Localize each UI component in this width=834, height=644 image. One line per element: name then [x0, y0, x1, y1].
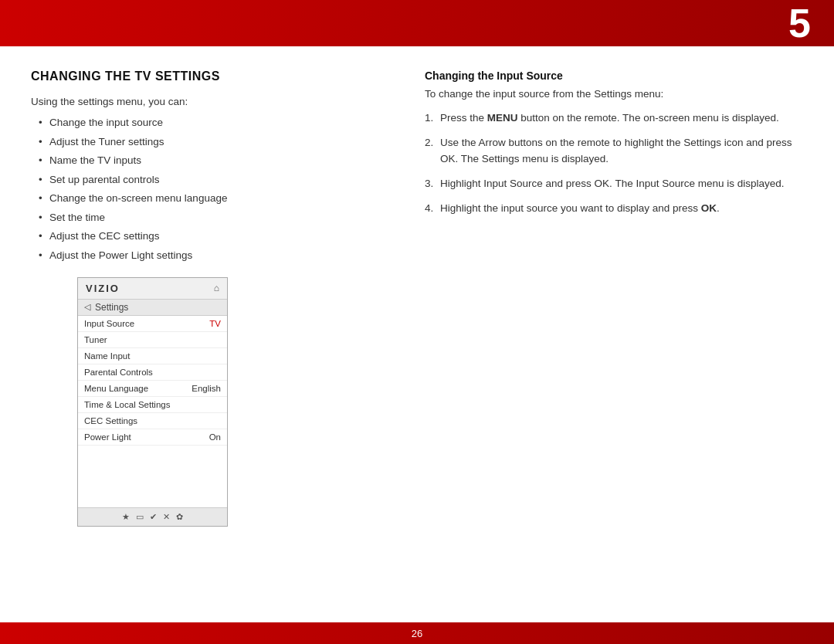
menu-item-label: Parental Controls — [84, 368, 153, 377]
bullet-list: Change the input source Adjust the Tuner… — [31, 115, 386, 263]
bold-ok: OK — [701, 202, 717, 214]
tv-screen-mockup: VIZIO ⌂ ◁ Settings Input Source TV Tuner… — [77, 277, 228, 527]
list-item: Name the TV inputs — [39, 153, 386, 168]
step-2: 2. Use the Arrow buttons on the remote t… — [425, 135, 803, 167]
menu-item-menu-language: Menu Language English — [78, 381, 227, 397]
step-number: 1. — [425, 110, 433, 126]
step-3: 3. Highlight Input Source and press OK. … — [425, 176, 803, 192]
menu-item-parental-controls: Parental Controls — [78, 364, 227, 381]
menu-item-input-source: Input Source TV — [78, 316, 227, 332]
tv-nav-bar: ◁ Settings — [78, 300, 227, 316]
menu-item-value: On — [209, 432, 221, 442]
menu-item-label: CEC Settings — [84, 416, 137, 425]
menu-item-value: TV — [209, 319, 221, 328]
vizio-logo: VIZIO — [86, 283, 120, 294]
menu-item-label: Tuner — [84, 335, 107, 344]
page-number-bottom: 26 — [412, 628, 422, 639]
bottom-bar: 26 — [0, 622, 834, 644]
top-bar: 5 — [0, 0, 834, 46]
nav-label: Settings — [95, 302, 128, 313]
steps-list: 1. Press the MENU button on the remote. … — [425, 110, 803, 216]
footer-icon-check: ✔ — [150, 512, 157, 522]
home-icon: ⌂ — [214, 283, 219, 293]
list-item: Change the on-screen menu language — [39, 191, 386, 206]
right-section-title: Changing the Input Source — [425, 69, 803, 82]
step-number: 4. — [425, 201, 433, 216]
left-column: CHANGING THE TV SETTINGS Using the setti… — [0, 46, 409, 622]
list-item: Change the input source — [39, 115, 386, 130]
menu-item-label: Power Light — [84, 432, 131, 442]
footer-icon-gear: ✿ — [176, 512, 183, 522]
menu-item-label: Name Input — [84, 351, 130, 361]
menu-item-value: English — [192, 384, 221, 393]
list-item: Adjust the Power Light settings — [39, 248, 386, 263]
step-4: 4. Highlight the input source you want t… — [425, 201, 803, 216]
menu-item-label: Menu Language — [84, 384, 148, 393]
intro-text: Using the settings menu, you can: — [31, 96, 386, 107]
menu-item-time-settings: Time & Local Settings — [78, 397, 227, 413]
chapter-number: 5 — [788, 3, 811, 43]
footer-icon-rect: ▭ — [136, 512, 144, 522]
step-number: 2. — [425, 135, 433, 151]
footer-icon-star: ★ — [122, 512, 130, 522]
right-intro: To change the input source from the Sett… — [425, 88, 803, 100]
back-arrow-icon: ◁ — [84, 302, 90, 312]
section-title: CHANGING THE TV SETTINGS — [31, 69, 386, 83]
bold-menu: MENU — [487, 112, 518, 124]
footer-icon-x: ✕ — [163, 512, 170, 522]
list-item: Adjust the Tuner settings — [39, 134, 386, 150]
step-1: 1. Press the MENU button on the remote. … — [425, 110, 803, 126]
menu-item-power-light: Power Light On — [78, 429, 227, 446]
tv-footer: ★ ▭ ✔ ✕ ✿ — [78, 507, 227, 526]
step-number: 3. — [425, 176, 433, 192]
tv-blank-area — [78, 446, 227, 507]
tv-header: VIZIO ⌂ — [78, 278, 227, 300]
list-item: Set the time — [39, 210, 386, 225]
right-column: Changing the Input Source To change the … — [409, 46, 834, 622]
menu-item-label: Input Source — [84, 319, 134, 328]
menu-item-tuner: Tuner — [78, 332, 227, 348]
menu-item-cec-settings: CEC Settings — [78, 413, 227, 429]
main-content: CHANGING THE TV SETTINGS Using the setti… — [0, 46, 834, 622]
list-item: Adjust the CEC settings — [39, 229, 386, 244]
tv-menu: Input Source TV Tuner Name Input Parenta… — [78, 316, 227, 446]
menu-item-name-input: Name Input — [78, 348, 227, 364]
list-item: Set up parental controls — [39, 172, 386, 188]
menu-item-label: Time & Local Settings — [84, 400, 170, 409]
